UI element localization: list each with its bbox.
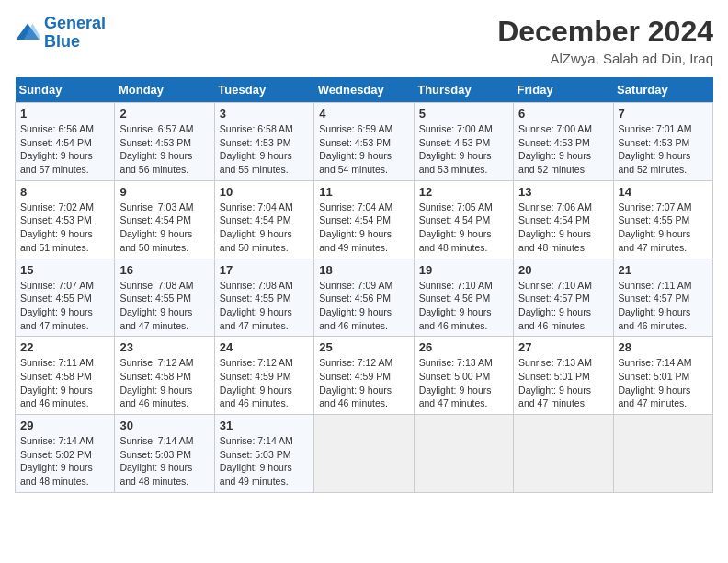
weekday-header-row: SundayMondayTuesdayWednesdayThursdayFrid… (16, 77, 713, 103)
calendar-cell: 30Sunrise: 7:14 AMSunset: 5:03 PMDayligh… (115, 415, 214, 493)
day-detail: Sunrise: 7:07 AMSunset: 4:55 PMDaylight:… (20, 280, 94, 331)
weekday-saturday: Saturday (613, 77, 712, 103)
day-detail: Sunrise: 7:12 AMSunset: 4:58 PMDaylight:… (119, 357, 193, 408)
calendar-week-5: 29Sunrise: 7:14 AMSunset: 5:02 PMDayligh… (16, 415, 713, 493)
day-number: 15 (20, 263, 109, 277)
calendar-cell: 22Sunrise: 7:11 AMSunset: 4:58 PMDayligh… (16, 337, 115, 415)
day-detail: Sunrise: 6:57 AMSunset: 4:53 PMDaylight:… (119, 123, 193, 175)
day-number: 8 (20, 185, 109, 199)
day-number: 27 (518, 340, 608, 354)
calendar-cell: 23Sunrise: 7:12 AMSunset: 4:58 PMDayligh… (115, 337, 214, 415)
day-detail: Sunrise: 7:02 AMSunset: 4:53 PMDaylight:… (20, 201, 94, 253)
calendar-cell: 31Sunrise: 7:14 AMSunset: 5:03 PMDayligh… (214, 415, 313, 493)
calendar-week-2: 8Sunrise: 7:02 AMSunset: 4:53 PMDaylight… (16, 180, 713, 259)
weekday-monday: Monday (115, 77, 214, 103)
day-number: 14 (619, 185, 708, 199)
calendar-cell: 11Sunrise: 7:04 AMSunset: 4:54 PMDayligh… (314, 180, 414, 259)
day-detail: Sunrise: 7:13 AMSunset: 5:00 PMDaylight:… (419, 357, 493, 408)
title-block: December 2024 AlZwya, Salah ad Din, Iraq (497, 15, 713, 66)
day-number: 18 (319, 263, 408, 277)
calendar-cell: 1Sunrise: 6:56 AMSunset: 4:54 PMDaylight… (16, 103, 115, 181)
calendar-table: SundayMondayTuesdayWednesdayThursdayFrid… (15, 77, 713, 493)
calendar-cell: 25Sunrise: 7:12 AMSunset: 4:59 PMDayligh… (314, 337, 414, 415)
day-detail: Sunrise: 7:08 AMSunset: 4:55 PMDaylight:… (220, 280, 293, 331)
day-number: 19 (419, 263, 508, 277)
calendar-week-4: 22Sunrise: 7:11 AMSunset: 4:58 PMDayligh… (16, 337, 713, 415)
day-detail: Sunrise: 7:00 AMSunset: 4:53 PMDaylight:… (419, 123, 493, 175)
weekday-friday: Friday (514, 77, 613, 103)
day-number: 17 (220, 263, 309, 277)
day-number: 29 (20, 419, 109, 432)
day-number: 10 (220, 185, 309, 199)
calendar-cell: 14Sunrise: 7:07 AMSunset: 4:55 PMDayligh… (613, 180, 712, 259)
day-detail: Sunrise: 7:03 AMSunset: 4:54 PMDaylight:… (119, 201, 193, 253)
day-detail: Sunrise: 7:13 AMSunset: 5:01 PMDaylight:… (518, 357, 592, 408)
day-detail: Sunrise: 7:00 AMSunset: 4:53 PMDaylight:… (518, 123, 592, 175)
day-number: 22 (20, 340, 109, 354)
calendar-week-3: 15Sunrise: 7:07 AMSunset: 4:55 PMDayligh… (16, 259, 713, 337)
day-number: 30 (119, 419, 209, 432)
calendar-cell: 3Sunrise: 6:58 AMSunset: 4:53 PMDaylight… (214, 103, 313, 181)
day-number: 20 (518, 263, 608, 277)
calendar-cell: 17Sunrise: 7:08 AMSunset: 4:55 PMDayligh… (214, 259, 313, 337)
calendar-cell: 12Sunrise: 7:05 AMSunset: 4:54 PMDayligh… (414, 180, 513, 259)
day-detail: Sunrise: 7:08 AMSunset: 4:55 PMDaylight:… (119, 280, 193, 331)
day-detail: Sunrise: 7:05 AMSunset: 4:54 PMDaylight:… (419, 201, 493, 253)
calendar-cell: 5Sunrise: 7:00 AMSunset: 4:53 PMDaylight… (414, 103, 513, 181)
day-detail: Sunrise: 7:11 AMSunset: 4:58 PMDaylight:… (20, 357, 94, 408)
day-number: 16 (119, 263, 209, 277)
location-title: AlZwya, Salah ad Din, Iraq (497, 51, 713, 66)
day-detail: Sunrise: 7:01 AMSunset: 4:53 PMDaylight:… (619, 123, 692, 175)
day-number: 5 (419, 107, 508, 121)
calendar-cell (414, 415, 513, 493)
calendar-cell: 6Sunrise: 7:00 AMSunset: 4:53 PMDaylight… (514, 103, 613, 181)
page-header: General Blue December 2024 AlZwya, Salah… (15, 15, 713, 66)
day-number: 9 (119, 185, 209, 199)
calendar-cell: 15Sunrise: 7:07 AMSunset: 4:55 PMDayligh… (16, 259, 115, 337)
calendar-cell: 19Sunrise: 7:10 AMSunset: 4:56 PMDayligh… (414, 259, 513, 337)
logo-blue: Blue (44, 32, 80, 51)
calendar-cell: 27Sunrise: 7:13 AMSunset: 5:01 PMDayligh… (514, 337, 613, 415)
weekday-thursday: Thursday (414, 77, 513, 103)
calendar-cell: 21Sunrise: 7:11 AMSunset: 4:57 PMDayligh… (613, 259, 712, 337)
weekday-wednesday: Wednesday (314, 77, 414, 103)
day-number: 12 (419, 185, 508, 199)
calendar-cell: 20Sunrise: 7:10 AMSunset: 4:57 PMDayligh… (514, 259, 613, 337)
day-number: 26 (419, 340, 508, 354)
calendar-cell: 7Sunrise: 7:01 AMSunset: 4:53 PMDaylight… (613, 103, 712, 181)
day-number: 24 (220, 340, 309, 354)
day-number: 21 (619, 263, 708, 277)
calendar-cell: 2Sunrise: 6:57 AMSunset: 4:53 PMDaylight… (115, 103, 214, 181)
calendar-cell: 8Sunrise: 7:02 AMSunset: 4:53 PMDaylight… (16, 180, 115, 259)
calendar-cell (514, 415, 613, 493)
day-detail: Sunrise: 7:14 AMSunset: 5:03 PMDaylight:… (119, 435, 193, 487)
day-detail: Sunrise: 6:58 AMSunset: 4:53 PMDaylight:… (220, 123, 293, 175)
calendar-cell (314, 415, 414, 493)
day-detail: Sunrise: 7:14 AMSunset: 5:02 PMDaylight:… (20, 435, 94, 487)
month-title: December 2024 (497, 15, 713, 49)
day-detail: Sunrise: 7:11 AMSunset: 4:57 PMDaylight:… (619, 280, 692, 331)
logo-icon (15, 20, 40, 46)
day-detail: Sunrise: 7:14 AMSunset: 5:03 PMDaylight:… (220, 435, 293, 487)
day-detail: Sunrise: 6:56 AMSunset: 4:54 PMDaylight:… (20, 123, 94, 175)
day-number: 1 (20, 107, 109, 121)
calendar-cell: 28Sunrise: 7:14 AMSunset: 5:01 PMDayligh… (613, 337, 712, 415)
calendar-cell: 9Sunrise: 7:03 AMSunset: 4:54 PMDaylight… (115, 180, 214, 259)
day-number: 6 (518, 107, 608, 121)
calendar-cell: 13Sunrise: 7:06 AMSunset: 4:54 PMDayligh… (514, 180, 613, 259)
day-number: 7 (619, 107, 708, 121)
calendar-cell: 24Sunrise: 7:12 AMSunset: 4:59 PMDayligh… (214, 337, 313, 415)
logo-text: General Blue (44, 15, 106, 52)
day-detail: Sunrise: 7:10 AMSunset: 4:56 PMDaylight:… (419, 280, 493, 331)
day-number: 23 (119, 340, 209, 354)
day-number: 4 (319, 107, 408, 121)
weekday-tuesday: Tuesday (214, 77, 313, 103)
calendar-cell: 16Sunrise: 7:08 AMSunset: 4:55 PMDayligh… (115, 259, 214, 337)
logo: General Blue (15, 15, 106, 52)
day-detail: Sunrise: 6:59 AMSunset: 4:53 PMDaylight:… (319, 123, 392, 175)
day-detail: Sunrise: 7:06 AMSunset: 4:54 PMDaylight:… (518, 201, 592, 253)
calendar-cell: 10Sunrise: 7:04 AMSunset: 4:54 PMDayligh… (214, 180, 313, 259)
day-number: 13 (518, 185, 608, 199)
calendar-cell: 4Sunrise: 6:59 AMSunset: 4:53 PMDaylight… (314, 103, 414, 181)
calendar-cell: 29Sunrise: 7:14 AMSunset: 5:02 PMDayligh… (16, 415, 115, 493)
